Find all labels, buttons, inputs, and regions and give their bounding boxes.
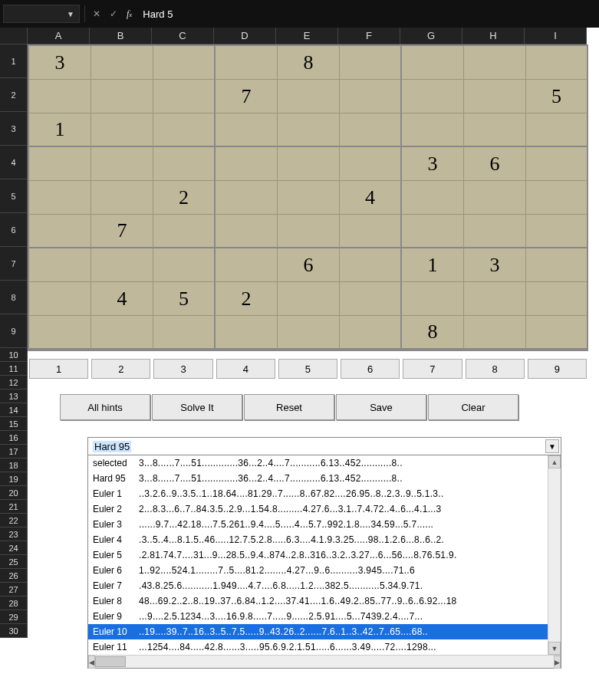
solve-button[interactable]: Solve It [152, 394, 242, 420]
row-header[interactable]: 17 [0, 445, 28, 458]
sudoku-cell[interactable] [278, 215, 340, 248]
dropdown-item[interactable]: selected3...8......7....51.............3… [88, 455, 548, 471]
num-button-7[interactable]: 7 [403, 359, 462, 379]
sudoku-cell[interactable]: 2 [216, 282, 278, 316]
sudoku-cell[interactable] [278, 316, 340, 350]
num-button-3[interactable]: 3 [153, 359, 212, 379]
sudoku-cell[interactable] [29, 248, 91, 282]
dropdown-item[interactable]: Euler 5.2.81.74.7....31...9...28.5..9.4.… [88, 547, 548, 563]
sudoku-cell[interactable]: 5 [153, 282, 216, 316]
horizontal-scrollbar[interactable]: ◀ ▶ [88, 655, 561, 668]
sudoku-cell[interactable]: 1 [402, 248, 464, 282]
col-header[interactable]: B [90, 28, 152, 44]
row-header[interactable]: 26 [0, 569, 28, 583]
sudoku-cell[interactable] [153, 113, 216, 147]
col-header[interactable]: D [214, 28, 276, 44]
sudoku-cell[interactable] [216, 113, 278, 147]
sudoku-cell[interactable]: 8 [278, 46, 340, 80]
sudoku-cell[interactable] [402, 181, 464, 215]
row-header[interactable]: 20 [0, 486, 28, 500]
sudoku-cell[interactable] [464, 215, 526, 248]
save-button[interactable]: Save [336, 394, 426, 420]
row-header[interactable]: 9 [0, 314, 28, 348]
sudoku-cell[interactable]: 3 [402, 147, 464, 181]
sudoku-cell[interactable]: 6 [464, 147, 526, 181]
col-header[interactable]: C [152, 28, 214, 44]
row-header[interactable]: 14 [0, 403, 28, 417]
sudoku-cell[interactable] [526, 248, 588, 282]
sudoku-cell[interactable] [91, 113, 153, 147]
sudoku-cell[interactable] [278, 147, 340, 181]
row-header[interactable]: 30 [0, 624, 28, 638]
dropdown-item[interactable]: Euler 22...8.3...6..7..84.3.5..2.9...1.5… [88, 501, 548, 517]
sudoku-cell[interactable]: 3 [464, 248, 526, 282]
row-header[interactable]: 13 [0, 389, 28, 403]
sudoku-cell[interactable] [464, 282, 526, 316]
sudoku-cell[interactable] [464, 113, 526, 147]
sudoku-cell[interactable] [91, 147, 153, 181]
sudoku-cell[interactable] [216, 215, 278, 248]
clear-button[interactable]: Clear [428, 394, 518, 420]
sudoku-cell[interactable] [526, 316, 588, 350]
sudoku-cell[interactable]: 6 [278, 248, 340, 282]
sudoku-cell[interactable] [91, 80, 153, 113]
sudoku-cell[interactable] [216, 248, 278, 282]
cancel-icon[interactable]: ✕ [90, 8, 104, 19]
num-button-8[interactable]: 8 [466, 359, 525, 379]
row-header[interactable]: 8 [0, 281, 28, 314]
dropdown-item[interactable]: Euler 10..19....39..7..16..3..5..7.5....… [88, 624, 548, 639]
sudoku-cell[interactable]: 3 [29, 46, 91, 80]
dropdown-item[interactable]: Euler 61..92....524.1........7..5....81.… [88, 563, 548, 578]
row-header[interactable]: 12 [0, 376, 28, 389]
sudoku-cell[interactable] [340, 316, 402, 350]
sudoku-cell[interactable]: 2 [153, 181, 216, 215]
reset-button[interactable]: Reset [244, 394, 334, 420]
sudoku-cell[interactable] [91, 248, 153, 282]
sudoku-cell[interactable] [153, 46, 216, 80]
num-button-9[interactable]: 9 [528, 359, 587, 379]
dropdown-item[interactable]: Euler 848...69.2..2..8..19..37..6.84..1.… [88, 593, 548, 609]
sudoku-cell[interactable] [402, 215, 464, 248]
col-header[interactable]: F [338, 28, 400, 44]
sudoku-cell[interactable] [153, 248, 216, 282]
row-header[interactable]: 6 [0, 213, 28, 247]
row-header[interactable]: 19 [0, 472, 28, 486]
sudoku-cell[interactable] [464, 181, 526, 215]
scroll-up-icon[interactable]: ▲ [548, 455, 561, 468]
row-header[interactable]: 21 [0, 500, 28, 514]
sudoku-cell[interactable] [340, 113, 402, 147]
name-box[interactable]: ▼ [3, 5, 80, 23]
sudoku-cell[interactable] [464, 80, 526, 113]
sudoku-cell[interactable] [278, 181, 340, 215]
sudoku-cell[interactable]: 8 [402, 316, 464, 350]
col-header[interactable]: G [400, 28, 462, 44]
num-button-4[interactable]: 4 [216, 359, 275, 379]
sudoku-cell[interactable] [526, 215, 588, 248]
fx-icon[interactable]: fx [123, 8, 135, 20]
sudoku-cell[interactable] [216, 181, 278, 215]
sudoku-cell[interactable] [278, 113, 340, 147]
dropdown-selected[interactable]: Hard 95 ▼ [87, 437, 561, 455]
sudoku-cell[interactable] [402, 46, 464, 80]
dropdown-item[interactable]: Euler 3......9.7...42.18....7.5.261..9.4… [88, 517, 548, 532]
num-button-5[interactable]: 5 [278, 359, 337, 379]
row-header[interactable]: 7 [0, 247, 28, 281]
row-header[interactable]: 25 [0, 555, 28, 569]
sudoku-cell[interactable] [29, 316, 91, 350]
all-hints-button[interactable]: All hints [60, 394, 150, 420]
sudoku-cell[interactable] [340, 46, 402, 80]
sudoku-cell[interactable] [91, 46, 153, 80]
sudoku-cell[interactable] [526, 113, 588, 147]
hscroll-track[interactable] [95, 656, 554, 668]
dropdown-item[interactable]: Euler 4.3..5..4...8.1.5..46.....12.7.5.2… [88, 532, 548, 547]
sudoku-cell[interactable] [340, 215, 402, 248]
select-all-corner[interactable] [0, 28, 28, 44]
sudoku-cell[interactable] [526, 282, 588, 316]
row-header[interactable]: 27 [0, 583, 28, 596]
scroll-right-icon[interactable]: ▶ [554, 656, 561, 669]
dropdown-item[interactable]: Euler 11...1254....84.....42.8......3...… [88, 639, 548, 655]
sudoku-cell[interactable]: 5 [526, 80, 588, 113]
sudoku-cell[interactable] [340, 282, 402, 316]
dropdown-item[interactable]: Euler 9...9....2.5.1234...3....16.9.8...… [88, 609, 548, 624]
sudoku-cell[interactable] [340, 248, 402, 282]
